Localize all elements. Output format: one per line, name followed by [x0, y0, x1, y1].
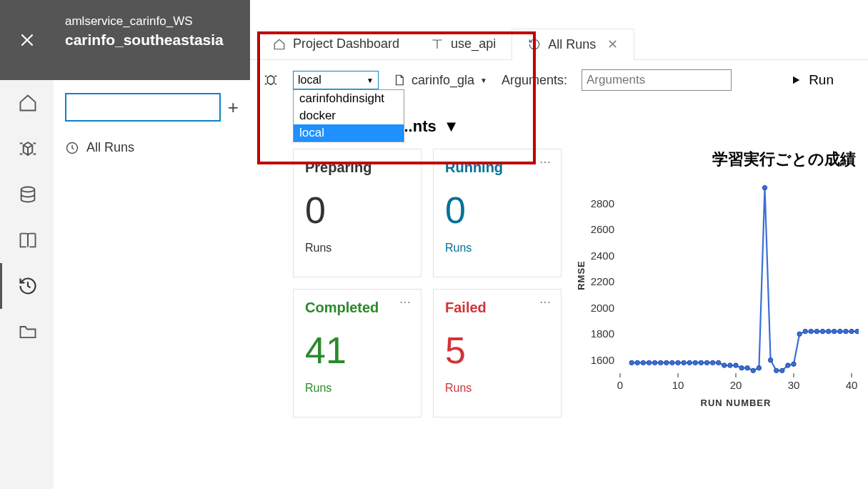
tab-use-api[interactable]: use_api [415, 29, 512, 60]
svg-point-25 [652, 360, 657, 365]
svg-point-59 [849, 329, 854, 333]
chart-canvas: 1600180020002200240026002800010203040RMS… [573, 170, 859, 413]
svg-text:2600: 2600 [591, 223, 614, 235]
rmse-chart: 学習実行ごとの成績 160018002000220024002600280001… [573, 149, 859, 420]
card-preparing[interactable]: ⋯ Preparing 0 Runs [293, 149, 421, 277]
card-title: Failed [445, 300, 549, 316]
tab-project-dashboard[interactable]: Project Dashboard [257, 29, 415, 60]
svg-text:2800: 2800 [591, 197, 614, 209]
rail-home[interactable] [0, 80, 54, 126]
file-icon [393, 73, 406, 87]
arguments-label: Arguments: [502, 73, 567, 88]
svg-point-52 [809, 329, 813, 333]
chevron-down-icon: ▼ [480, 76, 487, 84]
run-toolbar: local ▼ carinfohdinsight docker local ca… [250, 60, 868, 100]
compute-select[interactable]: local ▼ carinfohdinsight docker local [293, 71, 379, 89]
svg-point-38 [728, 363, 732, 367]
new-experiment-input[interactable] [65, 93, 221, 122]
svg-point-26 [659, 360, 663, 365]
svg-text:RUN NUMBER: RUN NUMBER [701, 397, 772, 408]
compute-option[interactable]: carinfohdinsight [294, 90, 404, 107]
workspace-header: amlservice_carinfo_WS carinfo_southeasta… [54, 0, 250, 80]
svg-point-33 [699, 360, 703, 365]
svg-point-47 [780, 368, 784, 372]
card-value: 5 [445, 329, 549, 372]
tab-label: use_api [451, 36, 496, 51]
svg-text:10: 10 [672, 379, 684, 391]
home-icon [273, 38, 286, 51]
card-value: 0 [305, 189, 409, 232]
svg-point-23 [641, 360, 645, 365]
card-menu-icon[interactable]: ⋯ [539, 155, 552, 169]
rail-notebooks[interactable] [0, 217, 54, 263]
card-title: Completed [305, 300, 409, 316]
tab-label: All Runs [548, 37, 596, 52]
card-running[interactable]: ⋯ Running 0 Runs [433, 149, 562, 277]
card-failed[interactable]: ⋯ Failed 5 Runs [433, 289, 562, 418]
svg-point-27 [664, 360, 669, 365]
file-label: carinfo_gla [411, 73, 474, 88]
svg-text:2200: 2200 [591, 275, 614, 287]
svg-point-39 [734, 363, 738, 367]
card-title: Preparing [305, 159, 409, 176]
file-select[interactable]: carinfo_gla ▼ [393, 73, 487, 88]
card-menu-icon[interactable]: ⋯ [399, 155, 412, 169]
svg-point-37 [722, 363, 727, 367]
svg-text:2000: 2000 [591, 302, 614, 314]
compute-icon [263, 72, 279, 88]
svg-point-53 [814, 329, 819, 333]
svg-point-50 [797, 332, 802, 336]
close-app-button[interactable] [0, 0, 54, 80]
card-title: Running [445, 159, 549, 176]
svg-point-0 [21, 187, 35, 192]
svg-text:RMSE: RMSE [576, 260, 587, 290]
workspace-panel: amlservice_carinfo_WS carinfo_southeasta… [54, 0, 250, 489]
run-button[interactable]: Run [790, 72, 834, 88]
svg-point-35 [710, 360, 714, 365]
svg-text:1600: 1600 [591, 354, 614, 366]
svg-point-56 [832, 329, 837, 333]
workspace-subtitle: amlservice_carinfo_WS [65, 14, 239, 29]
compute-option[interactable]: local [294, 124, 404, 142]
tab-all-runs[interactable]: All Runs ✕ [512, 29, 634, 60]
card-value: 0 [445, 189, 549, 232]
card-menu-icon[interactable]: ⋯ [399, 295, 412, 309]
svg-point-54 [820, 329, 824, 333]
run-button-label: Run [809, 72, 834, 88]
rail-files[interactable] [0, 309, 54, 355]
card-unit: Runs [445, 242, 549, 255]
rail-history[interactable] [0, 263, 54, 309]
tab-bar: Project Dashboard use_api All Runs ✕ [250, 29, 868, 60]
svg-point-30 [682, 360, 686, 365]
svg-point-34 [704, 360, 709, 365]
svg-point-43 [757, 365, 761, 370]
svg-text:2400: 2400 [591, 250, 614, 262]
card-completed[interactable]: ⋯ Completed 41 Runs [293, 289, 421, 418]
card-unit: Runs [305, 382, 409, 395]
add-experiment-button[interactable]: + [228, 97, 239, 119]
svg-point-44 [762, 185, 767, 189]
chart-title: 学習実行ごとの成績 [573, 149, 859, 170]
svg-point-21 [629, 360, 634, 365]
workspace-title: carinfo_southeastasia [65, 31, 239, 49]
svg-point-55 [826, 329, 830, 333]
svg-point-41 [745, 365, 749, 370]
svg-point-42 [751, 368, 755, 372]
rail-compute[interactable] [0, 126, 54, 172]
svg-point-60 [855, 329, 859, 333]
play-icon [790, 74, 802, 86]
card-value: 41 [305, 329, 409, 372]
arguments-input[interactable] [582, 69, 732, 91]
nav-rail [0, 0, 54, 489]
svg-point-36 [717, 360, 721, 365]
compute-option[interactable]: docker [294, 107, 404, 124]
rail-data[interactable] [0, 172, 54, 217]
card-menu-icon[interactable]: ⋯ [539, 295, 552, 309]
svg-point-58 [844, 329, 848, 333]
svg-text:30: 30 [788, 379, 800, 391]
all-runs-link[interactable]: All Runs [65, 140, 239, 155]
svg-point-22 [635, 360, 639, 365]
card-unit: Runs [305, 242, 409, 255]
compute-dropdown-list: carinfohdinsight docker local [293, 89, 404, 142]
close-icon[interactable]: ✕ [607, 36, 618, 52]
